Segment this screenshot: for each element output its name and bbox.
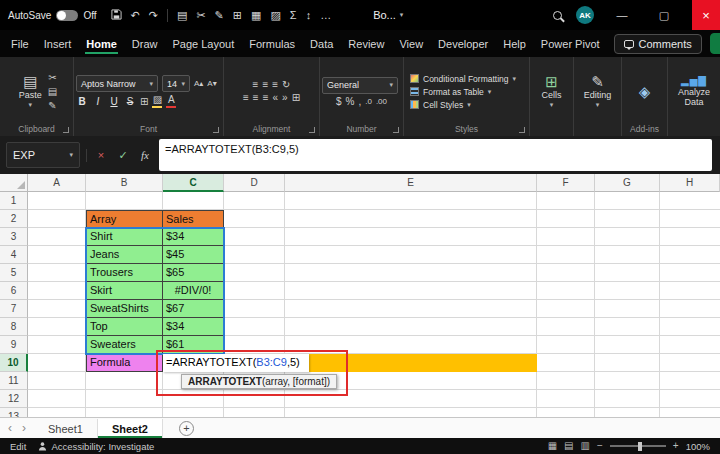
share-button[interactable]: ↗ Share ▾ [710, 33, 720, 54]
cut-icon[interactable]: ✂ [196, 10, 205, 21]
zoom-slider[interactable] [610, 445, 666, 447]
tab-help[interactable]: Help [502, 33, 527, 55]
row-header-13[interactable]: 13 [0, 408, 28, 417]
format-as-table-button[interactable]: Format as Table ▾ [410, 87, 491, 97]
row-header-3[interactable]: 3 [0, 228, 28, 246]
fill-color-icon[interactable]: ▨ [270, 10, 280, 21]
zoom-out-icon[interactable]: − [597, 441, 603, 451]
font-color-button[interactable]: A [166, 95, 176, 108]
select-all-button[interactable] [0, 174, 28, 192]
autosum-icon[interactable]: Σ [290, 10, 297, 21]
cell-B7[interactable]: SweatShirts [86, 300, 163, 318]
tab-insert[interactable]: Insert [43, 33, 73, 55]
number-dialog-launcher-icon[interactable] [393, 127, 399, 133]
increase-decimal-icon[interactable]: .0 [365, 98, 372, 106]
row-header-1[interactable]: 1 [0, 192, 28, 210]
autosave-toggle[interactable] [56, 10, 78, 21]
bold-button[interactable]: B [76, 96, 88, 107]
page-break-view-icon[interactable]: ▥ [581, 441, 590, 451]
cell-C5[interactable]: $65 [163, 264, 224, 282]
insert-function-icon[interactable]: fx [137, 149, 153, 161]
cell-C9[interactable]: $61 [163, 336, 224, 354]
comments-button[interactable]: Comments [614, 34, 702, 54]
percent-format-icon[interactable]: % [346, 97, 355, 107]
font-dialog-launcher-icon[interactable] [213, 127, 219, 133]
tab-view[interactable]: View [398, 33, 424, 55]
enter-icon[interactable]: ✓ [115, 149, 131, 162]
more-commands-icon[interactable]: … [320, 10, 331, 21]
close-button[interactable]: × [692, 0, 720, 30]
sort-filter-icon[interactable]: ↕ [306, 10, 312, 21]
tab-scroll-right-icon[interactable]: › [22, 421, 26, 435]
tab-formulas[interactable]: Formulas [248, 33, 296, 55]
borders-icon[interactable]: ⊞ [140, 97, 148, 107]
column-header-D[interactable]: D [224, 174, 285, 192]
clipboard-dialog-launcher-icon[interactable] [63, 127, 69, 133]
name-box[interactable]: EXP ▾ [6, 142, 80, 168]
currency-format-icon[interactable]: $ [336, 97, 342, 107]
tab-scroll-left-icon[interactable]: ‹ [8, 421, 12, 435]
align-top-icon[interactable]: ≡ [253, 80, 259, 90]
tab-developer[interactable]: Developer [437, 33, 489, 55]
addins-button[interactable]: ◈ [636, 60, 654, 123]
maximize-button[interactable]: ▢ [650, 0, 678, 30]
zoom-slider-knob[interactable] [638, 442, 642, 451]
chart-icon[interactable]: ▦ [251, 10, 261, 21]
column-header-F[interactable]: F [537, 174, 595, 192]
cell-C8[interactable]: $34 [163, 318, 224, 336]
cell-C10-formula-edit[interactable]: =ARRAYTOTEXT(B3:C9,5) [163, 354, 309, 372]
cells-button[interactable]: ⊞ Cells ▾ [538, 60, 564, 123]
tab-file[interactable]: File [10, 33, 30, 55]
tab-home[interactable]: Home [85, 33, 118, 55]
accessibility-status[interactable]: Accessibility: Investigate [38, 441, 154, 452]
undo-icon[interactable]: ↶ [131, 10, 140, 21]
align-bottom-icon[interactable]: ≡ [272, 80, 278, 90]
cell-C2[interactable]: Sales [163, 210, 224, 228]
column-header-A[interactable]: A [28, 174, 86, 192]
editing-button[interactable]: ✎ Editing ▾ [581, 60, 615, 123]
cancel-icon[interactable]: × [93, 149, 109, 161]
merge-center-icon[interactable]: ⊞ [292, 93, 300, 103]
format-painter-icon[interactable]: ✎ [48, 100, 57, 111]
sheet-tab-sheet2[interactable]: Sheet2 [98, 419, 163, 438]
orientation-icon[interactable]: ↻ [282, 80, 290, 90]
conditional-formatting-button[interactable]: Conditional Formatting ▾ [410, 74, 516, 84]
row-header-6[interactable]: 6 [0, 282, 28, 300]
column-header-H[interactable]: H [660, 174, 720, 192]
strikethrough-button[interactable]: S [124, 96, 136, 107]
redo-icon[interactable]: ↷ [149, 10, 158, 21]
font-size-select[interactable]: 14▾ [162, 75, 190, 92]
cell-C6[interactable]: #DIV/0! [163, 282, 224, 300]
column-header-G[interactable]: G [595, 174, 660, 192]
page-layout-view-icon[interactable]: ▤ [564, 441, 573, 451]
clipboard-icon[interactable]: ▤ [177, 10, 187, 21]
decrease-indent-icon[interactable]: « [273, 93, 279, 103]
format-painter-icon[interactable]: ✎ [215, 10, 224, 21]
number-format-select[interactable]: General▾ [322, 77, 398, 94]
sheet-tab-sheet1[interactable]: Sheet1 [34, 419, 98, 438]
cell-C4[interactable]: $45 [163, 246, 224, 264]
align-left-icon[interactable]: ≡ [243, 93, 249, 103]
zoom-in-icon[interactable]: + [673, 441, 679, 451]
align-center-icon[interactable]: ≡ [253, 93, 259, 103]
document-title[interactable]: Bo... ▾ [373, 9, 403, 21]
row-header-11[interactable]: 11 [0, 372, 28, 390]
cell-B5[interactable]: Trousers [86, 264, 163, 282]
minimize-button[interactable]: — [608, 0, 636, 30]
underline-button[interactable]: U [108, 96, 120, 107]
paste-button[interactable]: ▤ Paste ▾ [16, 60, 45, 123]
italic-button[interactable]: I [92, 96, 104, 107]
row-header-2[interactable]: 2 [0, 210, 28, 228]
cell-C3[interactable]: $34 [163, 228, 224, 246]
cell-B6[interactable]: Skirt [86, 282, 163, 300]
row-header-4[interactable]: 4 [0, 246, 28, 264]
align-middle-icon[interactable]: ≡ [262, 80, 268, 90]
new-sheet-button[interactable]: + [179, 421, 194, 436]
analyze-data-button[interactable]: ▂▅▇ Analyze Data [670, 60, 718, 123]
cell-styles-button[interactable]: Cell Styles ▾ [410, 100, 471, 110]
tab-power-pivot[interactable]: Power Pivot [540, 33, 601, 55]
row-header-8[interactable]: 8 [0, 318, 28, 336]
column-header-E[interactable]: E [285, 174, 537, 192]
row-header-7[interactable]: 7 [0, 300, 28, 318]
comma-format-icon[interactable]: , [358, 97, 361, 107]
